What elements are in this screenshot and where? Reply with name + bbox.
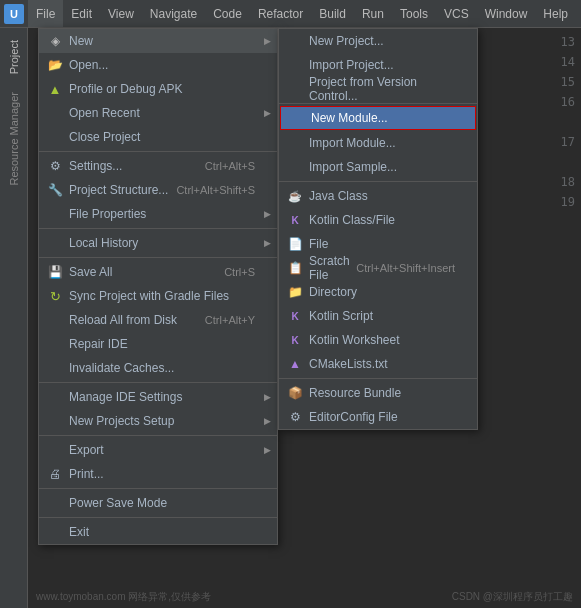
menu-item-editorconfig[interactable]: ⚙ EditorConfig File xyxy=(279,405,477,429)
new-project-icon xyxy=(287,33,303,49)
menu-item-sync-gradle[interactable]: ↻ Sync Project with Gradle Files xyxy=(39,284,277,308)
setup-icon xyxy=(47,413,63,429)
kscript-icon: K xyxy=(287,308,303,324)
menu-item-print[interactable]: 🖨 Print... xyxy=(39,462,277,486)
menu-item-new-projects-setup[interactable]: New Projects Setup xyxy=(39,409,277,433)
menu-item-kotlin-script[interactable]: K Kotlin Script xyxy=(279,304,477,328)
reload-icon xyxy=(47,312,63,328)
menu-item-directory[interactable]: 📁 Directory xyxy=(279,280,477,304)
menu-item-manage-ide[interactable]: Manage IDE Settings xyxy=(39,385,277,409)
repair-icon xyxy=(47,336,63,352)
android-icon: ▲ xyxy=(47,81,63,97)
menu-item-repair-ide[interactable]: Repair IDE xyxy=(39,332,277,356)
save-icon: 💾 xyxy=(47,264,63,280)
menu-item-save-all[interactable]: 💾 Save All Ctrl+S xyxy=(39,260,277,284)
menu-item-exit[interactable]: Exit xyxy=(39,520,277,544)
menu-item-invalidate-caches[interactable]: Invalidate Caches... xyxy=(39,356,277,380)
menu-item-power-save[interactable]: Power Save Mode xyxy=(39,491,277,515)
print-icon: 🖨 xyxy=(47,466,63,482)
close-project-icon xyxy=(47,129,63,145)
project-structure-icon: 🔧 xyxy=(47,182,63,198)
menu-item-open-recent[interactable]: Open Recent xyxy=(39,101,277,125)
separator-4 xyxy=(39,382,277,383)
menu-item-close-project[interactable]: Close Project xyxy=(39,125,277,149)
file-menu: ◈ New 📂 Open... ▲ Profile or Debug APK O… xyxy=(38,28,278,545)
menu-item-local-history[interactable]: Local History xyxy=(39,231,277,255)
java-icon: ☕ xyxy=(287,188,303,204)
sync-icon: ↻ xyxy=(47,288,63,304)
menu-item-resource-bundle[interactable]: 📦 Resource Bundle xyxy=(279,381,477,405)
new-icon: ◈ xyxy=(47,33,63,49)
dropdown-overlay: ◈ New 📂 Open... ▲ Profile or Debug APK O… xyxy=(0,0,581,608)
menu-item-export[interactable]: Export xyxy=(39,438,277,462)
menu-item-file[interactable]: 📄 File xyxy=(279,232,477,256)
separator-5 xyxy=(39,435,277,436)
separator-7 xyxy=(39,517,277,518)
menu-item-file-properties[interactable]: File Properties xyxy=(39,202,277,226)
import-sample-icon xyxy=(287,159,303,175)
menu-item-cmake[interactable]: ▲ CMakeLists.txt xyxy=(279,352,477,376)
cmake-icon: ▲ xyxy=(287,356,303,372)
menu-item-new-module[interactable]: New Module... xyxy=(280,106,476,130)
new-submenu: New Project... Import Project... Project… xyxy=(278,28,478,430)
exit-icon xyxy=(47,524,63,540)
directory-icon: 📁 xyxy=(287,284,303,300)
scratch-icon: 📋 xyxy=(287,260,303,276)
bundle-icon: 📦 xyxy=(287,385,303,401)
separator-1 xyxy=(39,151,277,152)
menu-item-import-sample[interactable]: Import Sample... xyxy=(279,155,477,179)
sub-separator-1 xyxy=(279,103,477,104)
menu-item-scratch-file[interactable]: 📋 Scratch File Ctrl+Alt+Shift+Insert xyxy=(279,256,477,280)
menu-item-import-module[interactable]: Import Module... xyxy=(279,131,477,155)
settings-icon: ⚙ xyxy=(47,158,63,174)
editorconfig-icon: ⚙ xyxy=(287,409,303,425)
menu-item-project-structure[interactable]: 🔧 Project Structure... Ctrl+Alt+Shift+S xyxy=(39,178,277,202)
file-icon: 📄 xyxy=(287,236,303,252)
file-props-icon xyxy=(47,206,63,222)
recent-icon xyxy=(47,105,63,121)
kworksheet-icon: K xyxy=(287,332,303,348)
vcs-icon xyxy=(287,81,303,97)
menu-item-kotlin-worksheet[interactable]: K Kotlin Worksheet xyxy=(279,328,477,352)
menu-item-import-project[interactable]: Import Project... xyxy=(279,53,477,77)
separator-6 xyxy=(39,488,277,489)
import-project-icon xyxy=(287,57,303,73)
new-module-icon xyxy=(289,110,305,126)
separator-3 xyxy=(39,257,277,258)
menu-item-new[interactable]: ◈ New xyxy=(39,29,277,53)
export-icon xyxy=(47,442,63,458)
menu-item-project-vcs[interactable]: Project from Version Control... xyxy=(279,77,477,101)
menu-item-new-project[interactable]: New Project... xyxy=(279,29,477,53)
menu-item-java-class[interactable]: ☕ Java Class xyxy=(279,184,477,208)
separator-2 xyxy=(39,228,277,229)
menu-item-open[interactable]: 📂 Open... xyxy=(39,53,277,77)
menu-item-profile-apk[interactable]: ▲ Profile or Debug APK xyxy=(39,77,277,101)
menu-item-kotlin-class[interactable]: K Kotlin Class/File xyxy=(279,208,477,232)
power-icon xyxy=(47,495,63,511)
menu-item-settings[interactable]: ⚙ Settings... Ctrl+Alt+S xyxy=(39,154,277,178)
kotlin-icon: K xyxy=(287,212,303,228)
sub-separator-2 xyxy=(279,181,477,182)
history-icon xyxy=(47,235,63,251)
import-module-icon xyxy=(287,135,303,151)
sub-separator-3 xyxy=(279,378,477,379)
open-icon: 📂 xyxy=(47,57,63,73)
menu-item-reload-disk[interactable]: Reload All from Disk Ctrl+Alt+Y xyxy=(39,308,277,332)
manage-icon xyxy=(47,389,63,405)
caches-icon xyxy=(47,360,63,376)
